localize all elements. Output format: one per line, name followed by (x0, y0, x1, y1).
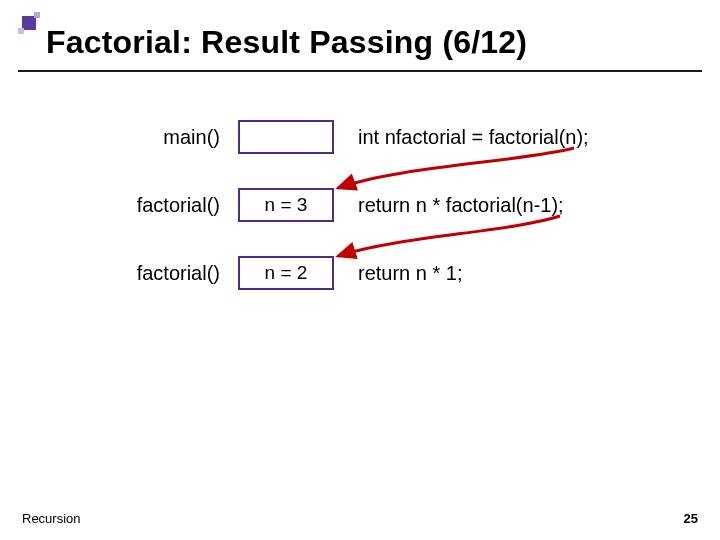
code-line: int nfactorial = factorial(n); (358, 126, 589, 149)
stack-row-factorial-2: factorial() n = 2 return n * 1; (0, 246, 720, 314)
title-underline (18, 70, 702, 72)
code-line: return n * 1; (358, 262, 463, 285)
code-line: return n * factorial(n-1); (358, 194, 564, 217)
slide-title: Factorial: Result Passing (6/12) (46, 24, 700, 61)
value-box-empty (238, 120, 334, 154)
value-box: n = 2 (238, 256, 334, 290)
page-number: 25 (684, 511, 698, 526)
function-label: main() (0, 126, 220, 149)
value-box: n = 3 (238, 188, 334, 222)
footer-topic: Recursion (22, 511, 81, 526)
function-label: factorial() (0, 262, 220, 285)
function-label: factorial() (0, 194, 220, 217)
stack-row-factorial-3: factorial() n = 3 return n * factorial(n… (0, 178, 720, 246)
slide-bullet-decoration (18, 12, 40, 34)
diagram-area: main() int nfactorial = factorial(n); fa… (0, 110, 720, 314)
stack-row-main: main() int nfactorial = factorial(n); (0, 110, 720, 178)
